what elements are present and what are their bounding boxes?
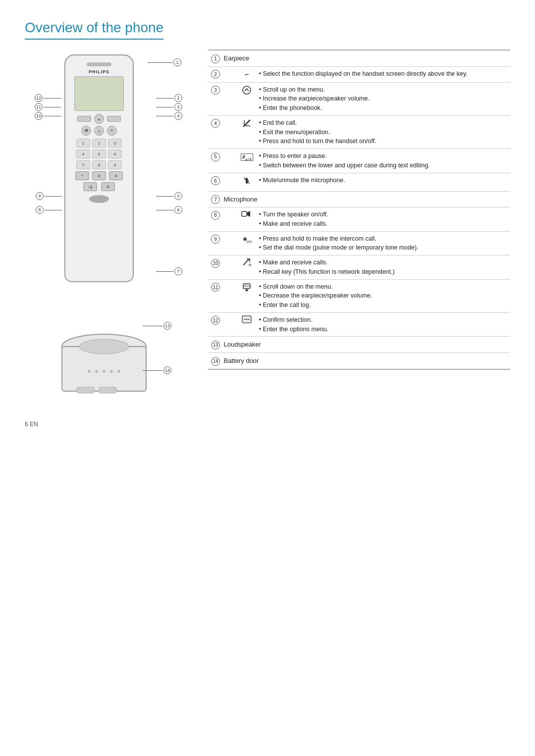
phone-screen [74,76,124,111]
feature-item: Select the function displayed on the han… [259,69,507,79]
svg-rect-16 [243,284,250,289]
feature-item: Enter the phonebook. [259,103,507,113]
callout-circle-2: 2 [174,94,182,102]
row-number-circle: 6 [211,176,220,185]
row-num-cell: 12 [208,312,238,337]
feature-item: Recall key (This function is network dep… [259,267,507,277]
feature-item: Press to enter a pause. [259,151,507,161]
phone-mic [89,195,109,203]
table-row: 14 Battery door [208,353,510,369]
bottom-keypad-row: * 0 # [75,171,123,180]
row-num-cell: 11 [208,279,238,312]
feature-list: Press and hold to make the intercom call… [259,234,507,253]
key-2: 2 [92,139,106,148]
feature-list: Confirm selection.Enter the options menu… [259,315,507,334]
callout-circle-10: 10 [35,112,43,120]
row-icon-cell [238,173,256,191]
feature-item: End the call. [259,118,507,128]
feature-item: Scroll down on the menu. [259,282,507,292]
callout-10: 10 [35,112,61,120]
svg-point-7 [103,370,106,373]
table-row: 9 ✱INT Press and hold to make the interc… [208,231,510,255]
row-num-cell: 8 [208,207,238,232]
svg-point-2 [79,339,129,354]
row-desc-cell: Turn the speaker on/off.Make and receive… [256,207,510,232]
phone-body: PHILIPS ▲ ☎ ● ✆ 1 2 [64,54,134,282]
feature-item: Enter the options menu. [259,325,507,334]
callout-4: 4 [156,112,182,120]
row-num-cell: 9 [208,231,238,255]
table-row: 6 Mute/unmute the microphone. [208,173,510,191]
nav-btn-up: ▲ [94,114,104,124]
table-row: 5 #a/A Press to enter a pause.Switch bet… [208,149,510,173]
svg-rect-12 [242,211,247,216]
callout-9: 9 [36,192,62,200]
table-row: 11 Scroll down on the menu.Decrease the … [208,279,510,312]
key-hash: # [109,171,123,180]
key-3: 3 [108,139,122,148]
feature-item: Make and receive calls. [259,258,507,267]
callout-circle-13: 13 [163,322,171,330]
key-0: 0 [92,171,106,180]
svg-rect-3 [77,387,94,393]
row-num-cell: 5 [208,149,238,173]
nav-row-mid: ☎ ● ✆ [81,126,117,136]
key-star: * [75,171,89,180]
key-redial: R [101,182,115,191]
row-desc-cell: Mute/unmute the microphone. [256,173,510,191]
callout-12: 12 [35,94,61,102]
row-desc-cell: Scroll up on the menu.Increase the earpi… [256,82,510,115]
row-icon-cell: R [238,255,256,280]
table-row: 8 Turn the speaker on/off.Make and recei… [208,207,510,232]
feature-list: Mute/unmute the microphone. [259,176,507,185]
svg-point-10 [243,86,251,94]
plain-label-cell: 14 Battery door [208,353,510,369]
callout-6: 6 [156,206,182,214]
row-icon-cell: ⌐ [238,66,256,82]
feature-item: Press and hold to make the intercom call… [259,234,507,244]
plain-label-cell: 13 Loudspeaker [208,337,510,353]
row-icon-cell: ✱INT [238,231,256,255]
callout-14: 14 [143,366,171,374]
callout-circle-7: 7 [174,267,182,275]
page-footer: 6 EN [25,421,510,428]
table-row: 10 R Make and receive calls.Recall key (… [208,255,510,280]
nav-btn-right [107,116,121,122]
row-icon-cell [238,82,256,115]
feature-item: Exit the menu/operation. [259,128,507,137]
key-9: 9 [108,160,122,169]
feature-item: Scroll up on the menu. [259,85,507,95]
keypad: 1 2 3 4 5 6 7 8 9 [76,139,122,169]
row-number-circle: 8 [211,211,220,220]
row-number-circle: 9 [211,235,220,244]
nav-btn-endcall: ✆ [107,126,117,136]
feature-item: Make and receive calls. [259,219,507,229]
phone-brand: PHILIPS [89,69,109,74]
nav-btn-phone: ☎ [81,126,91,136]
earpiece [87,62,111,66]
callout-5: 5 [156,192,182,200]
row-number-circle: 1 [211,54,220,63]
row-number-circle: 4 [211,119,220,128]
callout-circle-11: 11 [35,103,43,111]
feature-item: Turn the speaker on/off. [259,210,507,219]
plain-label-cell: 1 Earpiece [208,50,510,66]
row-desc-cell: Make and receive calls.Recall key (This … [256,255,510,280]
features-table: 1 Earpiece 2 ⌐ Select the function displ… [208,50,510,370]
key-5: 5 [92,150,106,158]
callout-11: 11 [35,103,61,111]
callout-7: 7 [156,267,182,275]
table-row: 2 ⌐ Select the function displayed on the… [208,66,510,82]
callout-circle-12: 12 [35,94,43,102]
nav-row-top: ▲ [77,114,121,124]
svg-point-9 [117,370,120,373]
table-row: 3 Scroll up on the menu.Increase the ear… [208,82,510,115]
row-icon-cell [238,207,256,232]
callout-circle-3: 3 [174,103,182,111]
row-number-circle: 3 [211,86,220,95]
callout-circle-9: 9 [36,192,44,200]
key-6: 6 [108,150,122,158]
plain-label-cell: 7 Microphone [208,191,510,207]
nav-btn-left [77,116,91,122]
row-desc-cell: Select the function displayed on the han… [256,66,510,82]
